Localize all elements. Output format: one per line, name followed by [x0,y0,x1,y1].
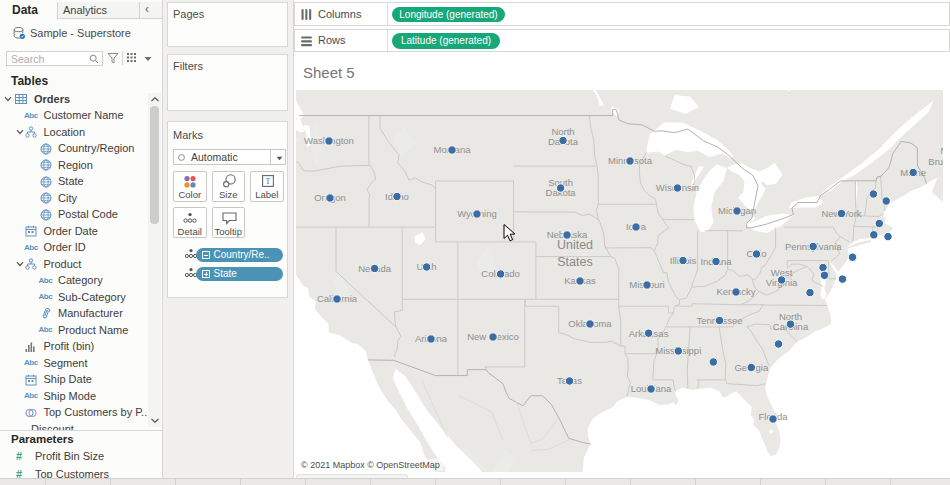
svg-text:States: States [557,255,592,269]
svg-text:Brunswick: Brunswick [928,156,943,167]
svg-text:United: United [557,238,593,252]
svg-text:T: T [265,177,270,186]
svg-text:New: New [940,145,943,156]
